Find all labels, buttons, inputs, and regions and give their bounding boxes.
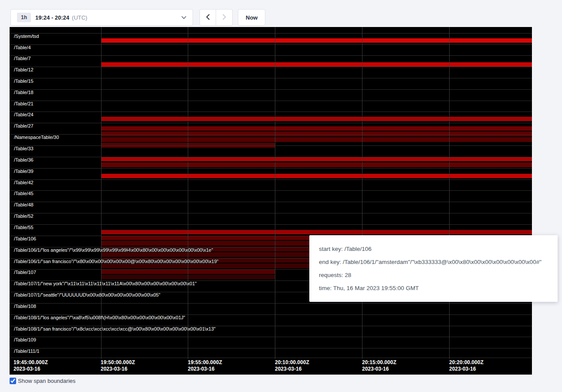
row-label: /Table/24	[14, 112, 34, 117]
row-label: /Table/4	[14, 45, 31, 50]
row-label: /Table/36	[14, 157, 34, 162]
span-boundary-line	[10, 190, 532, 191]
row-label: /Table/39	[14, 169, 34, 174]
row-label: /Table/107/1/"new york"/"\x11\x11\x11\x1…	[14, 281, 196, 286]
span-boundary-line	[10, 337, 532, 337]
time-axis-tick: 19:50:00.000Z2023-03-16	[101, 359, 135, 372]
key-visualizer-page: 1h 19:24 - 20:24 (UTC) Now /System/tsd/T…	[0, 0, 562, 392]
chevron-left-icon	[206, 14, 210, 21]
axis-date: 2023-03-16	[362, 366, 396, 372]
span-boundary-line	[10, 78, 532, 78]
row-label: /NamespaceTable/30	[14, 135, 59, 140]
row-label: /Table/107/1/"seattle"/"UUUUUUD\x00\x80\…	[14, 292, 160, 297]
range-duration-badge: 1h	[17, 13, 31, 22]
time-bucket-gridline	[362, 27, 362, 359]
span-boundary-line	[10, 224, 532, 225]
row-label: /Table/33	[14, 146, 34, 151]
span-boundary-line	[10, 303, 532, 304]
span-boundary-line	[10, 202, 532, 202]
time-axis-tick: 20:20:00.000Z2023-03-16	[449, 359, 484, 372]
toolbar: 1h 19:24 - 20:24 (UTC) Now	[10, 9, 265, 26]
chevron-down-icon	[181, 16, 186, 19]
row-label: /Table/18	[14, 90, 34, 95]
axis-time: 20:20:00.000Z	[449, 359, 484, 366]
heat-band[interactable]	[101, 126, 532, 131]
range-nav-group	[200, 9, 233, 26]
span-boundary-line	[10, 101, 532, 101]
time-bucket-gridline	[449, 27, 450, 359]
axis-time: 20:10:00.000Z	[275, 359, 309, 366]
heat-band[interactable]	[101, 137, 532, 142]
row-label: /Table/7	[14, 56, 31, 61]
row-label: /Table/52	[14, 213, 34, 219]
heat-band[interactable]	[101, 38, 532, 43]
span-boundary-line	[10, 89, 532, 90]
time-range-selector[interactable]: 1h 19:24 - 20:24 (UTC)	[10, 9, 193, 26]
range-text: 19:24 - 20:24	[35, 14, 69, 21]
now-button[interactable]: Now	[238, 9, 265, 26]
time-axis-tick: 20:10:00.000Z2023-03-16	[275, 359, 309, 372]
tooltip-time: time: Thu, 16 Mar 2023 19:55:00 GMT	[319, 284, 548, 292]
prev-range-button[interactable]	[200, 9, 216, 26]
axis-time: 20:15:00.000Z	[362, 359, 396, 366]
axis-date: 2023-03-16	[14, 366, 48, 372]
row-label: /Table/45	[14, 191, 34, 196]
time-axis-tick: 19:45:00.000Z2023-03-16	[14, 359, 48, 372]
span-boundary-line	[10, 358, 532, 358]
span-boundary-line	[10, 157, 532, 157]
row-label: /Table/48	[14, 202, 34, 207]
time-axis-tick: 19:55:00.000Z2023-03-16	[188, 359, 222, 372]
span-boundary-line	[10, 33, 532, 34]
next-range-button[interactable]	[216, 9, 233, 26]
heatmap-canvas[interactable]: /System/tsd/Table/4/Table/7/Table/12/Tab…	[10, 27, 532, 375]
row-label: /Table/12	[14, 67, 34, 72]
axis-time: 19:45:00.000Z	[14, 359, 48, 366]
time-axis-tick: 20:15:00.000Z2023-03-16	[362, 359, 396, 372]
span-boundary-line	[10, 55, 532, 56]
heat-band[interactable]	[101, 157, 532, 161]
show-span-boundaries-label: Show span boundaries	[18, 378, 75, 384]
span-boundary-line	[10, 123, 532, 123]
span-boundary-line	[10, 179, 532, 180]
span-boundary-line	[10, 112, 532, 112]
span-boundary-line	[10, 134, 532, 135]
heat-band[interactable]	[101, 174, 532, 178]
heat-band[interactable]	[101, 62, 532, 67]
span-boundary-line	[10, 44, 532, 45]
span-boundary-line	[10, 145, 532, 146]
row-label: /Table/111/1	[14, 348, 39, 354]
row-label: /Table/109	[14, 337, 36, 342]
row-label: /Table/15	[14, 78, 34, 84]
tooltip-start-key: start key: /Table/106	[319, 245, 548, 253]
span-boundary-line	[10, 67, 532, 67]
chevron-right-icon	[222, 14, 226, 21]
span-boundary-line	[10, 348, 532, 348]
heat-band[interactable]	[101, 117, 532, 121]
row-label: /Table/42	[14, 180, 34, 185]
time-bucket-gridline	[275, 27, 275, 359]
span-boundary-line	[10, 168, 532, 169]
heat-band[interactable]	[101, 162, 532, 167]
row-label: /Table/55	[14, 225, 34, 230]
row-label: /Table/108/1/"san francisco"/"\x8c\xcc\x…	[14, 326, 216, 331]
tooltip-end-key: end key: /Table/106/1/"amsterdam"/"\xb33…	[319, 258, 548, 266]
axis-date: 2023-03-16	[275, 366, 309, 372]
time-bucket-gridline	[188, 27, 188, 359]
hover-tooltip: start key: /Table/106 end key: /Table/10…	[309, 235, 558, 302]
range-timezone: (UTC)	[72, 14, 87, 21]
axis-time: 19:55:00.000Z	[188, 359, 222, 366]
axis-date: 2023-03-16	[101, 366, 135, 372]
row-label: /Table/107	[14, 270, 36, 275]
row-label: /Table/106/1/"san francisco"/"\x80\x00\x…	[14, 259, 219, 264]
row-label: /Table/27	[14, 123, 34, 128]
heat-band[interactable]	[101, 230, 532, 234]
row-label: /Table/108/1/"los angeles"/"\xa8\xf5\u00…	[14, 315, 185, 320]
row-label: /System/tsd	[14, 34, 39, 39]
span-boundary-line	[10, 213, 532, 213]
axis-time: 19:50:00.000Z	[101, 359, 135, 366]
row-label: /Table/108	[14, 304, 36, 309]
show-span-boundaries-checkbox[interactable]	[10, 378, 16, 384]
axis-date: 2023-03-16	[449, 366, 484, 372]
row-label: /Table/21	[14, 101, 34, 106]
row-label: /Table/106	[14, 236, 36, 241]
